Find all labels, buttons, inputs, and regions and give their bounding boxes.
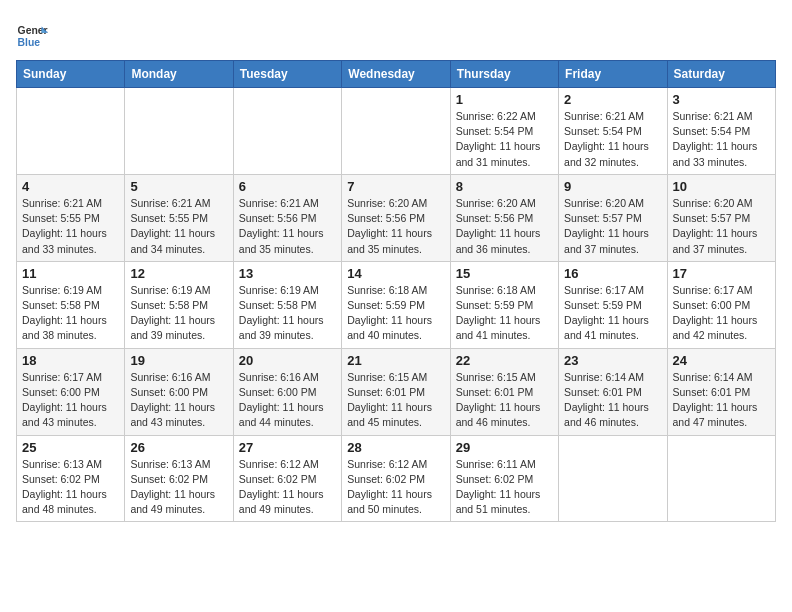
calendar-cell bbox=[342, 88, 450, 175]
day-info: Sunrise: 6:18 AM Sunset: 5:59 PM Dayligh… bbox=[456, 283, 553, 344]
calendar-cell bbox=[17, 88, 125, 175]
day-number: 20 bbox=[239, 353, 336, 368]
day-info: Sunrise: 6:16 AM Sunset: 6:00 PM Dayligh… bbox=[239, 370, 336, 431]
calendar-cell: 18Sunrise: 6:17 AM Sunset: 6:00 PM Dayli… bbox=[17, 348, 125, 435]
calendar-cell bbox=[667, 435, 775, 522]
page-header: General Blue bbox=[16, 16, 776, 52]
day-number: 9 bbox=[564, 179, 661, 194]
calendar-week-row: 4Sunrise: 6:21 AM Sunset: 5:55 PM Daylig… bbox=[17, 174, 776, 261]
day-info: Sunrise: 6:16 AM Sunset: 6:00 PM Dayligh… bbox=[130, 370, 227, 431]
day-header-saturday: Saturday bbox=[667, 61, 775, 88]
day-info: Sunrise: 6:21 AM Sunset: 5:56 PM Dayligh… bbox=[239, 196, 336, 257]
day-info: Sunrise: 6:13 AM Sunset: 6:02 PM Dayligh… bbox=[22, 457, 119, 518]
calendar-cell: 23Sunrise: 6:14 AM Sunset: 6:01 PM Dayli… bbox=[559, 348, 667, 435]
day-info: Sunrise: 6:15 AM Sunset: 6:01 PM Dayligh… bbox=[456, 370, 553, 431]
day-info: Sunrise: 6:19 AM Sunset: 5:58 PM Dayligh… bbox=[130, 283, 227, 344]
day-info: Sunrise: 6:19 AM Sunset: 5:58 PM Dayligh… bbox=[239, 283, 336, 344]
day-info: Sunrise: 6:14 AM Sunset: 6:01 PM Dayligh… bbox=[564, 370, 661, 431]
day-info: Sunrise: 6:12 AM Sunset: 6:02 PM Dayligh… bbox=[239, 457, 336, 518]
calendar-cell: 6Sunrise: 6:21 AM Sunset: 5:56 PM Daylig… bbox=[233, 174, 341, 261]
day-number: 2 bbox=[564, 92, 661, 107]
day-info: Sunrise: 6:21 AM Sunset: 5:54 PM Dayligh… bbox=[564, 109, 661, 170]
day-info: Sunrise: 6:17 AM Sunset: 6:00 PM Dayligh… bbox=[673, 283, 770, 344]
calendar-cell: 22Sunrise: 6:15 AM Sunset: 6:01 PM Dayli… bbox=[450, 348, 558, 435]
day-number: 16 bbox=[564, 266, 661, 281]
day-number: 25 bbox=[22, 440, 119, 455]
day-number: 29 bbox=[456, 440, 553, 455]
calendar-cell: 19Sunrise: 6:16 AM Sunset: 6:00 PM Dayli… bbox=[125, 348, 233, 435]
calendar-cell: 17Sunrise: 6:17 AM Sunset: 6:00 PM Dayli… bbox=[667, 261, 775, 348]
calendar-cell: 11Sunrise: 6:19 AM Sunset: 5:58 PM Dayli… bbox=[17, 261, 125, 348]
calendar-cell: 24Sunrise: 6:14 AM Sunset: 6:01 PM Dayli… bbox=[667, 348, 775, 435]
calendar-cell: 9Sunrise: 6:20 AM Sunset: 5:57 PM Daylig… bbox=[559, 174, 667, 261]
calendar-cell: 28Sunrise: 6:12 AM Sunset: 6:02 PM Dayli… bbox=[342, 435, 450, 522]
calendar-table: SundayMondayTuesdayWednesdayThursdayFrid… bbox=[16, 60, 776, 522]
day-header-tuesday: Tuesday bbox=[233, 61, 341, 88]
day-info: Sunrise: 6:18 AM Sunset: 5:59 PM Dayligh… bbox=[347, 283, 444, 344]
day-header-wednesday: Wednesday bbox=[342, 61, 450, 88]
day-info: Sunrise: 6:21 AM Sunset: 5:55 PM Dayligh… bbox=[130, 196, 227, 257]
calendar-cell: 16Sunrise: 6:17 AM Sunset: 5:59 PM Dayli… bbox=[559, 261, 667, 348]
day-info: Sunrise: 6:17 AM Sunset: 6:00 PM Dayligh… bbox=[22, 370, 119, 431]
day-number: 24 bbox=[673, 353, 770, 368]
day-info: Sunrise: 6:20 AM Sunset: 5:57 PM Dayligh… bbox=[564, 196, 661, 257]
calendar-cell: 25Sunrise: 6:13 AM Sunset: 6:02 PM Dayli… bbox=[17, 435, 125, 522]
day-number: 11 bbox=[22, 266, 119, 281]
calendar-cell: 3Sunrise: 6:21 AM Sunset: 5:54 PM Daylig… bbox=[667, 88, 775, 175]
day-number: 10 bbox=[673, 179, 770, 194]
calendar-cell: 26Sunrise: 6:13 AM Sunset: 6:02 PM Dayli… bbox=[125, 435, 233, 522]
day-number: 27 bbox=[239, 440, 336, 455]
calendar-cell: 8Sunrise: 6:20 AM Sunset: 5:56 PM Daylig… bbox=[450, 174, 558, 261]
calendar-cell: 20Sunrise: 6:16 AM Sunset: 6:00 PM Dayli… bbox=[233, 348, 341, 435]
day-number: 7 bbox=[347, 179, 444, 194]
day-number: 1 bbox=[456, 92, 553, 107]
calendar-cell: 15Sunrise: 6:18 AM Sunset: 5:59 PM Dayli… bbox=[450, 261, 558, 348]
calendar-week-row: 11Sunrise: 6:19 AM Sunset: 5:58 PM Dayli… bbox=[17, 261, 776, 348]
day-number: 15 bbox=[456, 266, 553, 281]
day-info: Sunrise: 6:12 AM Sunset: 6:02 PM Dayligh… bbox=[347, 457, 444, 518]
logo: General Blue bbox=[16, 20, 24, 52]
day-number: 19 bbox=[130, 353, 227, 368]
day-info: Sunrise: 6:11 AM Sunset: 6:02 PM Dayligh… bbox=[456, 457, 553, 518]
day-number: 6 bbox=[239, 179, 336, 194]
day-number: 3 bbox=[673, 92, 770, 107]
calendar-cell: 12Sunrise: 6:19 AM Sunset: 5:58 PM Dayli… bbox=[125, 261, 233, 348]
svg-text:Blue: Blue bbox=[18, 37, 41, 48]
calendar-cell bbox=[233, 88, 341, 175]
day-info: Sunrise: 6:19 AM Sunset: 5:58 PM Dayligh… bbox=[22, 283, 119, 344]
day-info: Sunrise: 6:14 AM Sunset: 6:01 PM Dayligh… bbox=[673, 370, 770, 431]
day-number: 26 bbox=[130, 440, 227, 455]
calendar-cell: 13Sunrise: 6:19 AM Sunset: 5:58 PM Dayli… bbox=[233, 261, 341, 348]
day-number: 12 bbox=[130, 266, 227, 281]
day-info: Sunrise: 6:20 AM Sunset: 5:56 PM Dayligh… bbox=[347, 196, 444, 257]
day-number: 17 bbox=[673, 266, 770, 281]
day-info: Sunrise: 6:21 AM Sunset: 5:54 PM Dayligh… bbox=[673, 109, 770, 170]
calendar-cell: 4Sunrise: 6:21 AM Sunset: 5:55 PM Daylig… bbox=[17, 174, 125, 261]
day-info: Sunrise: 6:15 AM Sunset: 6:01 PM Dayligh… bbox=[347, 370, 444, 431]
day-header-friday: Friday bbox=[559, 61, 667, 88]
day-number: 22 bbox=[456, 353, 553, 368]
calendar-cell: 29Sunrise: 6:11 AM Sunset: 6:02 PM Dayli… bbox=[450, 435, 558, 522]
day-info: Sunrise: 6:20 AM Sunset: 5:56 PM Dayligh… bbox=[456, 196, 553, 257]
calendar-cell: 10Sunrise: 6:20 AM Sunset: 5:57 PM Dayli… bbox=[667, 174, 775, 261]
calendar-cell: 7Sunrise: 6:20 AM Sunset: 5:56 PM Daylig… bbox=[342, 174, 450, 261]
calendar-cell bbox=[125, 88, 233, 175]
day-info: Sunrise: 6:20 AM Sunset: 5:57 PM Dayligh… bbox=[673, 196, 770, 257]
day-number: 4 bbox=[22, 179, 119, 194]
calendar-cell: 5Sunrise: 6:21 AM Sunset: 5:55 PM Daylig… bbox=[125, 174, 233, 261]
day-header-sunday: Sunday bbox=[17, 61, 125, 88]
day-number: 28 bbox=[347, 440, 444, 455]
day-header-monday: Monday bbox=[125, 61, 233, 88]
calendar-cell: 14Sunrise: 6:18 AM Sunset: 5:59 PM Dayli… bbox=[342, 261, 450, 348]
day-number: 5 bbox=[130, 179, 227, 194]
day-info: Sunrise: 6:13 AM Sunset: 6:02 PM Dayligh… bbox=[130, 457, 227, 518]
calendar-header-row: SundayMondayTuesdayWednesdayThursdayFrid… bbox=[17, 61, 776, 88]
day-number: 23 bbox=[564, 353, 661, 368]
day-info: Sunrise: 6:22 AM Sunset: 5:54 PM Dayligh… bbox=[456, 109, 553, 170]
calendar-week-row: 1Sunrise: 6:22 AM Sunset: 5:54 PM Daylig… bbox=[17, 88, 776, 175]
calendar-cell bbox=[559, 435, 667, 522]
calendar-cell: 21Sunrise: 6:15 AM Sunset: 6:01 PM Dayli… bbox=[342, 348, 450, 435]
day-header-thursday: Thursday bbox=[450, 61, 558, 88]
calendar-cell: 2Sunrise: 6:21 AM Sunset: 5:54 PM Daylig… bbox=[559, 88, 667, 175]
calendar-cell: 1Sunrise: 6:22 AM Sunset: 5:54 PM Daylig… bbox=[450, 88, 558, 175]
